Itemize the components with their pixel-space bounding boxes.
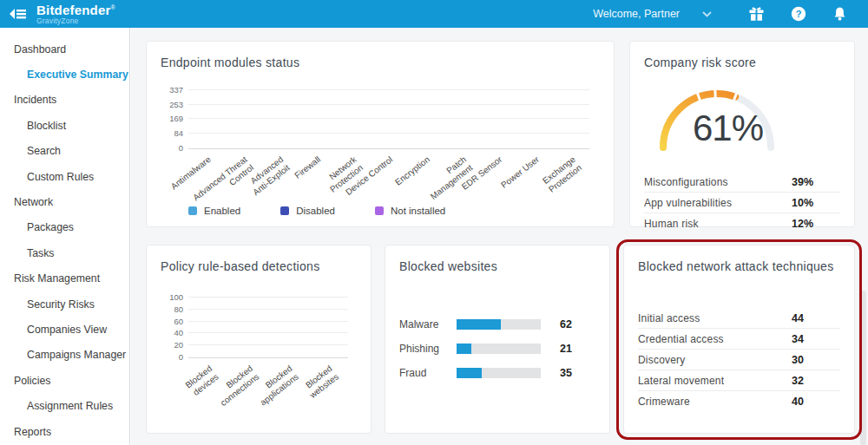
sidebar-item-tasks[interactable]: Tasks: [0, 240, 129, 265]
top-bar: Bitdefender® GravityZone Welcome, Partne…: [0, 0, 868, 28]
sidebar-item-packages[interactable]: Packages: [0, 215, 129, 240]
vertical-scrollbar[interactable]: [860, 291, 866, 445]
stat-row: Lateral movement32: [638, 370, 840, 391]
stat-value: 34: [792, 333, 840, 345]
sidebar-item-dashboard[interactable]: Dashboard: [0, 36, 129, 62]
dashboard-content: Endpoint modules status 084169253337Anti…: [131, 28, 868, 445]
sidebar-item-executive-summary[interactable]: Executive Summary: [0, 62, 129, 87]
legend-swatch: [375, 206, 384, 215]
card-title: Company risk score: [644, 56, 840, 69]
stat-row: Discovery30: [638, 350, 840, 370]
app-root: Bitdefender® GravityZone Welcome, Partne…: [0, 0, 868, 445]
card-blocked-websites: Blocked websites Malware62Phishing21Frau…: [385, 245, 610, 434]
sidebar-item-reports[interactable]: Reports: [0, 419, 129, 444]
sidebar-item-companies-view[interactable]: Companies View: [0, 317, 129, 342]
y-tick-label: 337: [157, 85, 183, 95]
risk-gauge-box: 61%: [644, 80, 840, 167]
x-category-label: Blockedapplications: [252, 363, 300, 408]
sidebar-nav: DashboardExecutive SummaryIncidentsBlock…: [0, 28, 130, 445]
card-title: Blocked websites: [399, 259, 595, 273]
stat-value: 12%: [792, 218, 840, 230]
y-tick-label: 0: [157, 143, 183, 153]
stat-value: 32: [792, 375, 840, 387]
hbar-label: Malware: [399, 318, 457, 330]
x-category-label: AdvancedAnti-Exploit: [245, 154, 292, 198]
stat-row: Credential access34: [638, 329, 840, 350]
hbar-value: 62: [560, 318, 572, 330]
stat-label: Human risk: [644, 218, 792, 230]
help-icon[interactable]: ?: [791, 6, 806, 22]
hbar-fill: [457, 344, 471, 354]
sidebar-item-incidents[interactable]: Incidents: [0, 88, 129, 113]
sidebar-item-campaigns-manager[interactable]: Campaigns Manager: [0, 343, 129, 368]
stat-label: Initial access: [638, 312, 792, 324]
y-tick-label: 0: [157, 352, 183, 362]
hbar-row: Phishing21: [399, 343, 595, 355]
stat-label: Misconfigurations: [644, 176, 792, 188]
hbar-track: [457, 368, 541, 378]
stat-value: 39%: [792, 176, 840, 188]
stat-label: Lateral movement: [638, 375, 792, 387]
risk-breakdown-list: Misconfigurations39%App vulnerabilities1…: [644, 172, 840, 233]
sidebar-item-custom-rules[interactable]: Custom Rules: [0, 164, 129, 189]
stat-row: Human risk12%: [644, 213, 840, 233]
y-tick-label: 253: [157, 100, 183, 109]
attack-techniques-list: Initial access44Credential access34Disco…: [638, 308, 840, 411]
legend-item: Disabled: [280, 206, 335, 216]
stat-row: Initial access44: [638, 308, 840, 329]
stat-value: 44: [792, 312, 840, 324]
card-attack-techniques: Blocked network attack techniques Initia…: [623, 245, 855, 434]
sidebar-item-security-risks[interactable]: Security Risks: [0, 291, 129, 317]
hbar-track: [457, 319, 541, 330]
hbar-row: Fraud35: [399, 367, 595, 379]
sidebar-item-search[interactable]: Search: [0, 139, 129, 164]
endpoint-modules-chart: 084169253337AntimalwareAdvanced ThreatCo…: [188, 90, 589, 149]
hbar-row: Malware62: [399, 318, 595, 330]
y-tick-label: 80: [157, 304, 183, 314]
policy-detections-chart: 020406080100BlockeddevicesBlockedconnect…: [188, 298, 348, 358]
chart-legend: EnabledDisabledNot installed: [188, 206, 485, 216]
y-tick-label: 40: [157, 328, 183, 337]
sidebar-item-network[interactable]: Network: [0, 189, 129, 214]
y-tick-label: 60: [157, 317, 183, 326]
y-tick-label: 100: [157, 292, 183, 302]
notifications-bell-icon[interactable]: [832, 6, 847, 22]
collapse-menu-icon: [10, 7, 26, 21]
registered-mark: ®: [111, 4, 115, 10]
stat-value: 10%: [792, 197, 840, 209]
sidebar-item-policies[interactable]: Policies: [0, 368, 129, 393]
legend-item: Not installed: [375, 206, 445, 216]
card-policy-detections: Policy rule-based detections 02040608010…: [146, 245, 372, 434]
gift-icon[interactable]: [748, 6, 765, 22]
x-category-label: Blockedwebsites: [301, 363, 340, 401]
stat-value: 30: [792, 354, 840, 366]
risk-score-value: 61%: [693, 108, 763, 149]
sidebar-item-assignment-rules[interactable]: Assignment Rules: [0, 393, 129, 418]
chevron-down-icon: [702, 11, 712, 17]
hbar-fill: [457, 319, 501, 330]
x-category-label: Power User: [499, 154, 541, 190]
brand-logo: Bitdefender® GravityZone: [36, 3, 115, 25]
card-title: Policy rule-based detections: [161, 259, 357, 273]
blocked-websites-chart: Malware62Phishing21Fraud35: [399, 318, 595, 379]
account-menu[interactable]: Welcome, Partner: [593, 8, 712, 20]
stat-value: 40: [792, 396, 840, 408]
stat-row: Misconfigurations39%: [644, 172, 840, 193]
card-title: Blocked network attack techniques: [638, 259, 840, 273]
stat-row: Crimeware40: [638, 391, 840, 411]
stat-label: Credential access: [638, 333, 792, 345]
brand-product: GravityZone: [36, 17, 115, 25]
legend-swatch: [280, 206, 289, 215]
card-company-risk-score: Company risk score 61% Misconfigurations…: [629, 41, 855, 227]
legend-swatch: [188, 206, 197, 215]
svg-text:?: ?: [796, 9, 802, 19]
sidebar-collapse-button[interactable]: [0, 7, 35, 21]
y-tick-label: 20: [157, 340, 183, 350]
brand-name: Bitdefender®: [36, 3, 115, 16]
stat-label: Discovery: [638, 354, 792, 366]
hbar-label: Fraud: [399, 367, 457, 379]
sidebar-item-blocklist[interactable]: Blocklist: [0, 113, 129, 138]
legend-item: Enabled: [188, 206, 240, 216]
sidebar-item-risk-management[interactable]: Risk Management: [0, 266, 129, 291]
x-category-label: ExchangeProtection: [541, 154, 584, 194]
